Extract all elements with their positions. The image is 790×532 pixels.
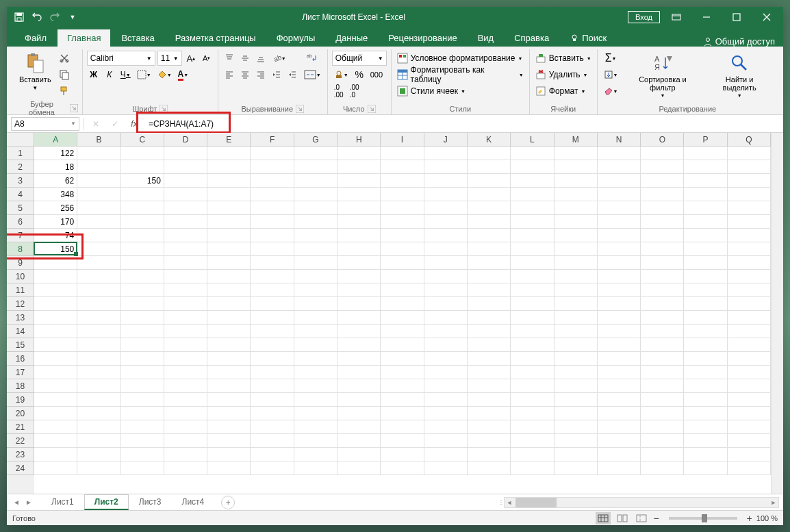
dialog-launcher-icon[interactable] xyxy=(296,105,304,113)
cell-N18[interactable] xyxy=(598,379,641,393)
cell-C6[interactable] xyxy=(121,215,164,229)
col-header-I[interactable]: I xyxy=(381,133,424,147)
cell-E4[interactable] xyxy=(207,188,251,201)
cell-B22[interactable] xyxy=(77,434,120,448)
cell-I11[interactable] xyxy=(381,283,424,297)
cell-styles-button[interactable]: Стили ячеек▼ xyxy=(396,84,525,99)
cell-K21[interactable] xyxy=(468,420,511,434)
cell-N23[interactable] xyxy=(598,448,641,461)
cell-P20[interactable] xyxy=(684,407,727,420)
ribbon-display-icon[interactable] xyxy=(663,7,690,27)
cell-D18[interactable] xyxy=(164,379,207,393)
cell-O18[interactable] xyxy=(641,379,684,393)
cell-G18[interactable] xyxy=(294,379,337,393)
cell-F13[interactable] xyxy=(251,311,294,325)
row-header-7[interactable]: 7 xyxy=(7,229,34,242)
cell-G10[interactable] xyxy=(294,270,337,283)
cell-P8[interactable] xyxy=(684,242,727,256)
cell-C11[interactable] xyxy=(121,283,164,297)
italic-button[interactable]: К xyxy=(103,67,116,82)
cell-L24[interactable] xyxy=(511,461,554,475)
col-header-L[interactable]: L xyxy=(511,133,554,147)
tab-home[interactable]: Главная xyxy=(58,29,110,47)
cell-Q8[interactable] xyxy=(728,242,771,256)
cell-B15[interactable] xyxy=(77,338,120,352)
cell-N12[interactable] xyxy=(598,297,641,311)
cell-D10[interactable] xyxy=(164,270,207,283)
cell-L15[interactable] xyxy=(511,338,554,352)
cell-B19[interactable] xyxy=(77,393,120,407)
cell-B2[interactable] xyxy=(77,160,120,174)
cell-C13[interactable] xyxy=(121,311,164,325)
cell-H6[interactable] xyxy=(337,215,381,229)
underline-button[interactable]: Ч ▼ xyxy=(118,67,133,82)
cell-G13[interactable] xyxy=(294,311,337,325)
cell-L7[interactable] xyxy=(511,229,554,242)
cell-A1[interactable]: 122 xyxy=(34,147,77,160)
cell-C5[interactable] xyxy=(121,201,164,215)
cell-L13[interactable] xyxy=(511,311,554,325)
cell-G4[interactable] xyxy=(294,188,337,201)
col-header-Q[interactable]: Q xyxy=(728,133,771,147)
cell-C18[interactable] xyxy=(121,379,164,393)
cell-J2[interactable] xyxy=(424,160,468,174)
cell-L2[interactable] xyxy=(511,160,554,174)
cell-M9[interactable] xyxy=(555,256,598,270)
cell-Q5[interactable] xyxy=(728,201,771,215)
cell-G7[interactable] xyxy=(294,229,337,242)
cell-P6[interactable] xyxy=(684,215,727,229)
cell-P5[interactable] xyxy=(684,201,727,215)
cell-J17[interactable] xyxy=(424,366,468,379)
decrease-font-icon[interactable]: A▾ xyxy=(200,51,214,66)
tab-file[interactable]: Файл xyxy=(15,29,56,47)
cell-D20[interactable] xyxy=(164,407,207,420)
find-select-button[interactable]: Найти и выделить▼ xyxy=(705,51,774,99)
cell-B11[interactable] xyxy=(77,283,120,297)
cell-C9[interactable] xyxy=(121,256,164,270)
cell-D6[interactable] xyxy=(164,215,207,229)
cell-B6[interactable] xyxy=(77,215,120,229)
cell-F3[interactable] xyxy=(251,174,294,188)
cell-Q18[interactable] xyxy=(728,379,771,393)
select-all-corner[interactable] xyxy=(7,133,34,147)
cell-K15[interactable] xyxy=(468,338,511,352)
copy-icon[interactable] xyxy=(57,67,72,82)
cell-E15[interactable] xyxy=(207,338,251,352)
cell-H16[interactable] xyxy=(337,352,381,366)
row-header-18[interactable]: 18 xyxy=(7,379,34,393)
cell-N10[interactable] xyxy=(598,270,641,283)
cell-D12[interactable] xyxy=(164,297,207,311)
cell-B13[interactable] xyxy=(77,311,120,325)
cell-F12[interactable] xyxy=(251,297,294,311)
pagebreak-view-icon[interactable] xyxy=(634,512,649,524)
cell-O13[interactable] xyxy=(641,311,684,325)
cell-O19[interactable] xyxy=(641,393,684,407)
cell-K18[interactable] xyxy=(468,379,511,393)
zoom-level[interactable]: 100 % xyxy=(756,514,778,522)
row-header-8[interactable]: 8 xyxy=(7,242,34,256)
decrease-decimal-icon[interactable]: .00.0 xyxy=(348,84,361,99)
autosum-icon[interactable]: Σ ▼ xyxy=(602,51,620,66)
cell-G17[interactable] xyxy=(294,366,337,379)
cell-D17[interactable] xyxy=(164,366,207,379)
cell-A19[interactable] xyxy=(34,393,77,407)
cell-F19[interactable] xyxy=(251,393,294,407)
cell-B17[interactable] xyxy=(77,366,120,379)
vertical-scrollbar[interactable] xyxy=(771,133,783,494)
cell-H18[interactable] xyxy=(337,379,381,393)
cell-K11[interactable] xyxy=(468,283,511,297)
cell-J22[interactable] xyxy=(424,434,468,448)
cell-M10[interactable] xyxy=(555,270,598,283)
cell-O11[interactable] xyxy=(641,283,684,297)
cell-O24[interactable] xyxy=(641,461,684,475)
enter-formula-icon[interactable]: ✓ xyxy=(107,117,123,131)
cell-A6[interactable]: 170 xyxy=(34,215,77,229)
cell-F6[interactable] xyxy=(251,215,294,229)
cell-J16[interactable] xyxy=(424,352,468,366)
cell-G16[interactable] xyxy=(294,352,337,366)
row-header-22[interactable]: 22 xyxy=(7,434,34,448)
cell-I10[interactable] xyxy=(381,270,424,283)
cell-L14[interactable] xyxy=(511,325,554,338)
zoom-thumb[interactable] xyxy=(702,514,707,522)
cell-J1[interactable] xyxy=(424,147,468,160)
